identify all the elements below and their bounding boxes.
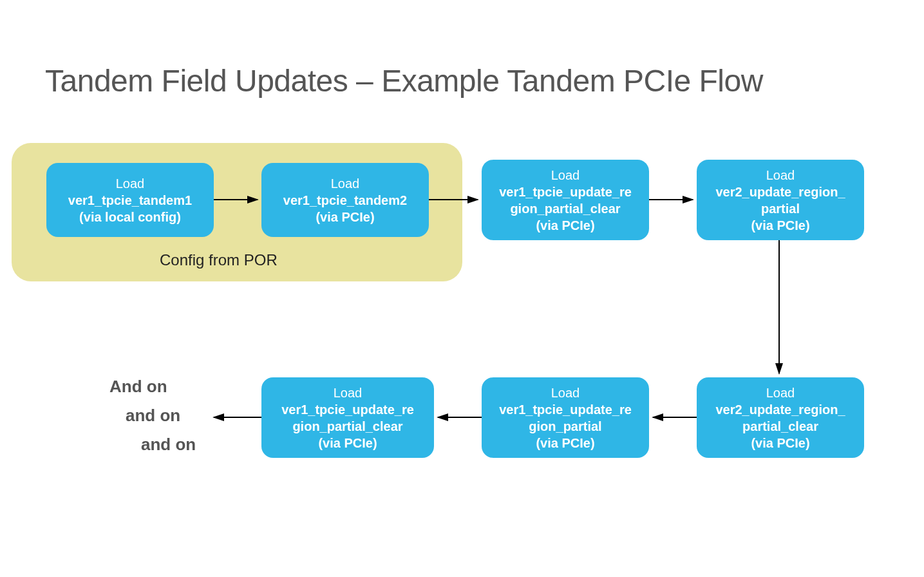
box-ver2-update-partial-clear: Load ver2_update_region_partial_clear (v… xyxy=(697,377,864,458)
box-name: ver2_update_region_partial_clear xyxy=(715,401,845,435)
box-ver1-tandem1: Load ver1_tpcie_tandem1 (via local confi… xyxy=(46,163,214,237)
box-load-label: Load xyxy=(551,167,580,184)
box-via: (via PCIe) xyxy=(536,217,594,234)
box-via: (via PCIe) xyxy=(318,435,377,451)
box-ver1-update-clear-bottom: Load ver1_tpcie_update_region_partial_cl… xyxy=(261,377,434,458)
config-group-label: Config from POR xyxy=(160,251,278,269)
andon-line1: And on xyxy=(109,377,167,397)
box-name: ver2_update_region_partial xyxy=(715,184,845,217)
box-ver1-tandem2: Load ver1_tpcie_tandem2 (via PCIe) xyxy=(261,163,429,237)
box-ver1-update-partial: Load ver1_tpcie_update_region_partial (v… xyxy=(482,377,649,458)
box-load-label: Load xyxy=(116,175,145,192)
box-load-label: Load xyxy=(766,384,795,401)
box-name: ver1_tpcie_update_region_partial xyxy=(499,401,632,435)
andon-line2: and on xyxy=(126,406,180,426)
box-ver1-update-clear-top: Load ver1_tpcie_update_region_partial_cl… xyxy=(482,160,649,240)
box-load-label: Load xyxy=(334,384,363,401)
box-name: ver1_tpcie_update_region_partial_clear xyxy=(281,401,414,435)
box-via: (via PCIe) xyxy=(316,209,374,225)
box-via: (via PCIe) xyxy=(536,435,594,451)
box-load-label: Load xyxy=(331,175,360,192)
andon-line3: and on xyxy=(141,435,196,455)
box-via: (via local config) xyxy=(79,209,181,225)
box-name: ver1_tpcie_tandem2 xyxy=(283,192,407,209)
box-name: ver1_tpcie_update_region_partial_clear xyxy=(499,184,632,217)
box-name: ver1_tpcie_tandem1 xyxy=(68,192,192,209)
box-ver2-update-partial: Load ver2_update_region_partial (via PCI… xyxy=(697,160,864,240)
page-title: Tandem Field Updates – Example Tandem PC… xyxy=(45,63,763,99)
box-load-label: Load xyxy=(766,167,795,184)
box-via: (via PCIe) xyxy=(751,435,809,451)
box-load-label: Load xyxy=(551,384,580,401)
box-via: (via PCIe) xyxy=(751,217,809,234)
